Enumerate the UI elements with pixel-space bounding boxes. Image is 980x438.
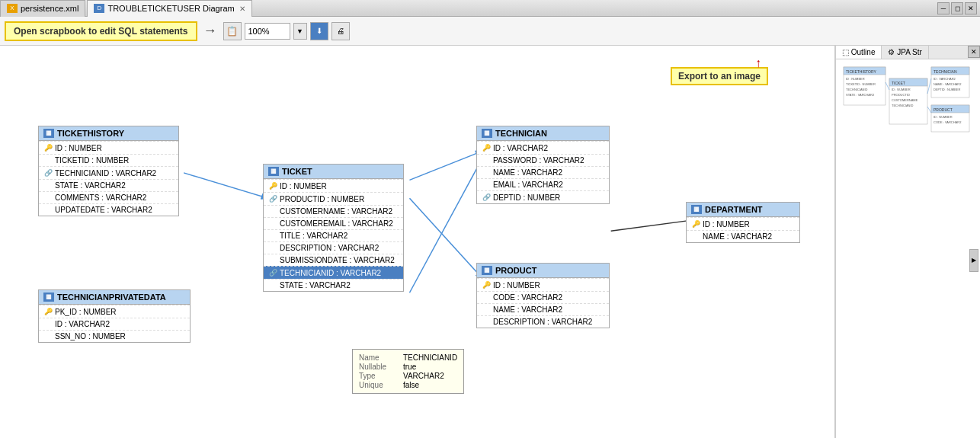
- field-tech-id-label: ID : VARCHAR2: [493, 144, 548, 152]
- field-tpd-pkid[interactable]: 🔑 PK_ID : NUMBER: [39, 305, 190, 318]
- department-table[interactable]: ▦ DEPARTMENT 🔑 ID : NUMBER NAME : VARCHA…: [686, 202, 800, 243]
- pk-icon4: 🔑: [691, 219, 700, 229]
- field-tech-email-label: EMAIL : VARCHAR2: [482, 181, 563, 189]
- field-t-state[interactable]: STATE : VARCHAR2: [264, 279, 403, 291]
- export-arrow-icon: ↑: [755, 56, 761, 70]
- ticket-table[interactable]: ▦ TICKET 🔑 ID : NUMBER 🔗 PRODUCTID : NUM…: [263, 164, 404, 292]
- field-tpd-pkid-label: PK_ID : NUMBER: [55, 308, 117, 316]
- field-prod-code[interactable]: CODE : VARCHAR2: [477, 291, 609, 303]
- zoom-dropdown-button[interactable]: ▼: [293, 23, 307, 40]
- field-th-comments[interactable]: COMMENTS : VARCHAR2: [39, 191, 178, 203]
- tickethistory-table[interactable]: ▦ TICKETHISTORY 🔑 ID : NUMBER TICKETID :…: [38, 126, 179, 216]
- field-th-id[interactable]: 🔑 ID : NUMBER: [39, 141, 178, 154]
- ticket-header: ▦ TICKET: [264, 165, 403, 179]
- field-t-customeremail-label: CUSTOMEREMAIL : VARCHAR2: [268, 219, 393, 228]
- technician-header: ▦ TECHNICIAN: [477, 126, 609, 141]
- field-tech-password-label: PASSWORD : VARCHAR2: [482, 156, 584, 165]
- field-th-id-label: ID : NUMBER: [55, 144, 102, 152]
- tab-outline[interactable]: ⬚ Outline: [836, 46, 882, 59]
- tooltip-nullable-row: Nullable true: [359, 363, 457, 371]
- pk-icon3: 🔑: [482, 143, 491, 152]
- technician-name: TECHNICIAN: [495, 129, 547, 138]
- export-icon: ⬇: [316, 27, 322, 35]
- key-icon: 🔑: [43, 143, 53, 152]
- product-name: PRODUCT: [495, 266, 536, 275]
- field-t-submissiondate[interactable]: SUBMISSIONDATE : VARCHAR2: [264, 254, 403, 266]
- field-tpd-ssnno-label: SSN_NO : NUMBER: [43, 332, 126, 340]
- technicianprivatedata-table[interactable]: ▦ TECHNICIANPRIVATEDATA 🔑 PK_ID : NUMBER…: [38, 289, 191, 343]
- technicianprivatedata-header: ▦ TECHNICIANPRIVATEDATA: [39, 290, 190, 305]
- export-hint-label: Export to an image: [671, 67, 768, 85]
- export-button[interactable]: ⬇: [310, 22, 328, 40]
- svg-text:ID : NUMBER: ID : NUMBER: [934, 115, 953, 119]
- field-tpd-id[interactable]: ID : VARCHAR2: [39, 318, 190, 330]
- svg-text:TECHNICIANID: TECHNICIANID: [892, 104, 914, 107]
- tooltip-unique-value: false: [403, 381, 419, 389]
- field-t-customername[interactable]: CUSTOMERNAME : VARCHAR2: [264, 205, 403, 217]
- diagram-area[interactable]: Export to an image ↑: [0, 46, 835, 438]
- main-window: X persistence.xml D TROUBLETICKETUSER Di…: [0, 0, 980, 438]
- field-tech-email[interactable]: EMAIL : VARCHAR2: [477, 178, 609, 190]
- field-prod-name[interactable]: NAME : VARCHAR2: [477, 303, 609, 315]
- field-t-id[interactable]: 🔑 ID : NUMBER: [264, 179, 403, 192]
- field-tech-id[interactable]: 🔑 ID : VARCHAR2: [477, 141, 609, 154]
- technician-table[interactable]: ▦ TECHNICIAN 🔑 ID : VARCHAR2 PASSWORD : …: [476, 126, 610, 204]
- field-t-technicianid-label: TECHNICIANID : VARCHAR2: [280, 269, 381, 277]
- field-tech-deptid[interactable]: 🔗 DEPTID : NUMBER: [477, 190, 609, 203]
- field-tpd-ssnno[interactable]: SSN_NO : NUMBER: [39, 330, 190, 342]
- jpa-label: JPA Str: [897, 48, 922, 56]
- right-panel-close[interactable]: ✕: [968, 46, 980, 58]
- restore-button[interactable]: ◻: [951, 2, 963, 14]
- department-name: DEPARTMENT: [705, 205, 763, 214]
- field-th-technicianid-label: TECHNICIANID : VARCHAR2: [55, 169, 156, 177]
- right-panel: ⬚ Outline ⚙ JPA Str ✕ TICKETHISTORY ID :…: [835, 46, 980, 438]
- field-tooltip: Name TECHNICIANID Nullable true Type VAR…: [352, 349, 464, 394]
- field-t-description[interactable]: DESCRIPTION : VARCHAR2: [264, 241, 403, 254]
- title-bar: X persistence.xml D TROUBLETICKETUSER Di…: [0, 0, 980, 17]
- fk-icon: 🔗: [43, 168, 53, 177]
- tab-jpa-structure[interactable]: ⚙ JPA Str: [882, 46, 928, 59]
- panel-scroll-button[interactable]: ▶: [969, 249, 978, 272]
- field-t-technicianid[interactable]: 🔗 TECHNICIANID : VARCHAR2: [264, 266, 403, 279]
- tickethistory-name: TICKETHISTORY: [57, 129, 124, 138]
- jpa-icon: ⚙: [888, 48, 895, 56]
- field-prod-description-label: DESCRIPTION : VARCHAR2: [482, 318, 592, 326]
- field-t-customername-label: CUSTOMERNAME : VARCHAR2: [268, 207, 392, 216]
- field-tech-password[interactable]: PASSWORD : VARCHAR2: [477, 154, 609, 166]
- field-t-productid[interactable]: 🔗 PRODUCTID : NUMBER: [264, 192, 403, 205]
- svg-text:ID : NUMBER: ID : NUMBER: [892, 88, 911, 91]
- field-t-id-label: ID : NUMBER: [280, 182, 327, 190]
- scrapbook-button[interactable]: 📋: [223, 22, 242, 40]
- svg-text:PRODUCT: PRODUCT: [934, 107, 953, 112]
- table-icon4: ▦: [482, 129, 492, 138]
- field-t-state-label: STATE : VARCHAR2: [268, 281, 351, 289]
- field-th-updatedate[interactable]: UPDATEDATE : VARCHAR2: [39, 203, 178, 216]
- field-th-state-label: STATE : VARCHAR2: [43, 181, 126, 190]
- field-dept-name[interactable]: NAME : VARCHAR2: [687, 230, 799, 242]
- field-t-customeremail[interactable]: CUSTOMEREMAIL : VARCHAR2: [264, 217, 403, 229]
- minimize-button[interactable]: ─: [937, 2, 950, 14]
- content-area: Export to an image ↑: [0, 46, 980, 438]
- svg-line-4: [611, 220, 693, 231]
- svg-text:ID : VARCHAR2: ID : VARCHAR2: [934, 77, 956, 81]
- field-t-title[interactable]: TITLE : VARCHAR2: [264, 229, 403, 241]
- tab-diagram[interactable]: D TROUBLETICKETUSER Diagram ✕: [87, 0, 251, 17]
- field-th-technicianid[interactable]: 🔗 TECHNICIANID : VARCHAR2: [39, 166, 178, 179]
- field-prod-description[interactable]: DESCRIPTION : VARCHAR2: [477, 315, 609, 328]
- tab-persistence-xml[interactable]: X persistence.xml: [0, 0, 85, 17]
- svg-text:CODE : VARCHAR2: CODE : VARCHAR2: [934, 120, 962, 124]
- tab-close-icon[interactable]: ✕: [239, 5, 245, 13]
- diagram-file-icon: D: [94, 4, 104, 13]
- field-th-ticketid[interactable]: TICKETID : NUMBER: [39, 154, 178, 166]
- tooltip-name-label: Name: [359, 353, 397, 362]
- field-tech-name[interactable]: NAME : VARCHAR2: [477, 166, 609, 178]
- product-table[interactable]: ▦ PRODUCT 🔑 ID : NUMBER CODE : VARCHAR2 …: [476, 263, 610, 328]
- field-dept-id[interactable]: 🔑 ID : NUMBER: [687, 217, 799, 230]
- print-button[interactable]: 🖨: [331, 22, 350, 40]
- close-button[interactable]: ✕: [965, 2, 977, 14]
- field-prod-id[interactable]: 🔑 ID : NUMBER: [477, 278, 609, 291]
- mini-diagram-preview: TICKETHISTORY ID : NUMBER TICKETID : NUM…: [840, 63, 977, 216]
- tooltip-type-label: Type: [359, 372, 397, 380]
- field-th-state[interactable]: STATE : VARCHAR2: [39, 179, 178, 191]
- svg-line-1: [409, 151, 482, 180]
